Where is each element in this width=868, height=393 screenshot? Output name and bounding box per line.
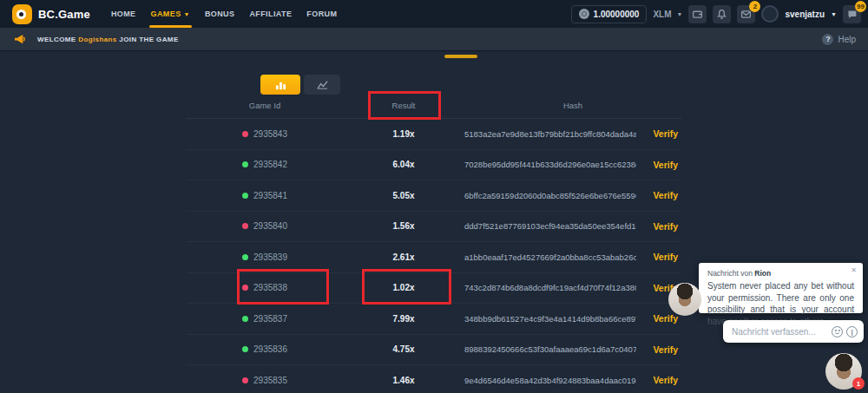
bcgame-logo-icon — [12, 4, 32, 24]
verify-link[interactable]: Verify — [653, 190, 678, 200]
verify-link[interactable]: Verify — [653, 252, 678, 262]
game-id-value: 2935836 — [253, 344, 287, 354]
hash-value: 5183a2ea7e9d8e13fb79bbf21bc9ffc804dada4a… — [464, 129, 636, 139]
messages-button[interactable]: 2 — [737, 5, 755, 23]
game-id-value: 2935835 — [253, 376, 287, 385]
top-header: BC.Game HOME GAMES▼ BONUS AFFILIATE FORU… — [0, 0, 868, 28]
game-id-value: 2935843 — [253, 129, 287, 139]
verify-link[interactable]: Verify — [653, 313, 678, 324]
nav-games[interactable]: GAMES▼ — [151, 0, 190, 28]
message-from-line: Nachricht von Rion — [707, 269, 854, 278]
unread-count-badge: 1 — [852, 377, 865, 390]
nav-home[interactable]: HOME — [111, 0, 136, 28]
wallet-button[interactable] — [688, 5, 707, 23]
chat-user-avatar[interactable]: 1 — [825, 353, 862, 390]
nav-forum[interactable]: FORUM — [306, 0, 337, 28]
result-status-dot — [242, 377, 248, 383]
hash-value: 9e4d6546d4e58a42d3b4f924883baa4daac019ce… — [464, 376, 636, 385]
welcomed-username[interactable]: Dogishans — [78, 36, 117, 43]
hash-value: ddd7f521e87769103ecf94ea35da50ee354efd1c… — [464, 221, 636, 231]
nav-bonus[interactable]: BONUS — [205, 0, 235, 28]
result-status-dot — [242, 193, 248, 199]
game-id-cell: 2935840 — [187, 221, 343, 231]
game-id-cell: 2935837 — [187, 314, 343, 324]
table-row: 2935836 4.75x 8988392450666c53f30afaaaea… — [187, 335, 681, 366]
brand-logo[interactable]: BC.Game — [12, 4, 90, 24]
balance-amount: 1.00000000 — [594, 10, 640, 19]
verify-link[interactable]: Verify — [653, 344, 678, 355]
result-value: 1.19x — [343, 129, 464, 139]
table-row: 2935837 7.99x 348bb9db61527e4c9f3e4a1414… — [187, 304, 681, 335]
hash-value: 8988392450666c53f30afaaaea69c1d6a7c0407e… — [464, 344, 636, 354]
currency-selector[interactable]: XLM ▼ — [653, 10, 682, 19]
bar-chart-icon — [274, 80, 287, 90]
column-header-game-id: Game Id — [187, 101, 343, 110]
modal-tab-underline — [444, 55, 477, 58]
annotation-box-result-header — [368, 91, 441, 120]
annotation-box-game-id-2935838 — [237, 269, 329, 305]
notifications-button[interactable] — [713, 5, 731, 23]
hash-cell: 6bffc2a59159d2060d0abc85f526e6be676e5590… — [464, 190, 681, 200]
verify-link[interactable]: Verify — [653, 128, 678, 139]
game-id-cell: 2935836 — [187, 344, 343, 354]
chat-toggle-button[interactable]: 99 — [843, 5, 861, 23]
hash-cell: 348bb9db61527e4c9f3e4a1414d9b8ba66ce8970… — [464, 313, 681, 324]
result-value: 7.99x — [343, 314, 464, 324]
result-status-dot — [242, 346, 248, 352]
nav-affiliate[interactable]: AFFILIATE — [249, 0, 292, 28]
info-icon[interactable]: | — [846, 326, 858, 337]
game-id-cell: 2935843 — [187, 129, 343, 139]
hash-value: a1bb0eaaf17ed4527669f2a0bba8cc53abab26c6… — [464, 252, 636, 262]
result-status-dot — [242, 254, 248, 260]
welcome-label: WELCOME — [37, 36, 76, 43]
hash-cell: 9e4d6546d4e58a42d3b4f924883baa4daac019ce… — [464, 375, 681, 385]
chat-message-card: ✕ Nachricht von Rion System never placed… — [699, 263, 863, 313]
emoji-icon[interactable] — [832, 326, 843, 337]
table-body: 2935843 1.19x 5183a2ea7e9d8e13fb79bbf21b… — [187, 119, 681, 393]
coin-icon — [579, 9, 589, 19]
annotation-box-result-102x — [362, 269, 451, 305]
sender-avatar[interactable] — [668, 283, 701, 316]
user-avatar[interactable] — [761, 5, 779, 23]
game-id-cell: 2935842 — [187, 160, 343, 169]
chevron-down-icon: ▼ — [831, 11, 837, 17]
chat-badge: 99 — [855, 1, 866, 12]
result-value: 5.05x — [343, 191, 464, 200]
game-id-cell: 2935839 — [187, 252, 343, 262]
table-row: 2935841 5.05x 6bffc2a59159d2060d0abc85f5… — [187, 180, 681, 212]
game-id-value: 2935840 — [253, 221, 287, 231]
hash-cell: 7028be95dd95f441b633d6d296e0ae15cc6238dd… — [464, 160, 681, 170]
verify-link[interactable]: Verify — [653, 160, 678, 170]
result-status-dot — [242, 131, 248, 137]
active-tab-underline — [149, 25, 192, 28]
brand-name: BC.Game — [38, 8, 90, 21]
hash-cell: 5183a2ea7e9d8e13fb79bbf21bc9ffc804dada4a… — [464, 128, 681, 139]
help-button[interactable]: ? Help — [822, 34, 856, 45]
username-label: svenjatzu — [785, 10, 825, 19]
balance-display[interactable]: 1.00000000 — [571, 5, 648, 23]
result-value: 2.61x — [343, 252, 464, 262]
result-value: 4.75x — [343, 344, 464, 354]
result-status-dot — [242, 316, 248, 322]
announcement-bar: WELCOME Dogishans JOIN THE GAME ? Help — [0, 28, 868, 51]
table-row: 2935842 6.04x 7028be95dd95f441b633d6d296… — [187, 150, 681, 181]
mail-badge: 2 — [749, 1, 760, 12]
close-icon[interactable]: ✕ — [851, 267, 857, 274]
hash-cell: 743c2d874b6d8a8dcdf9fc19acf4d70f74f12a38… — [464, 283, 681, 293]
hash-value: 743c2d874b6d8a8dcdf9fc19acf4d70f74f12a38… — [464, 283, 636, 292]
chat-message-input[interactable] — [732, 327, 828, 337]
hash-cell: a1bb0eaaf17ed4527669f2a0bba8cc53abab26c6… — [464, 252, 681, 262]
hash-value: 6bffc2a59159d2060d0abc85f526e6be676e5590… — [464, 191, 636, 200]
table-row: 2935835 1.46x 9e4d6546d4e58a42d3b4f92488… — [187, 365, 681, 393]
verify-link[interactable]: Verify — [653, 375, 678, 385]
result-value: 1.46x — [343, 376, 464, 385]
verify-link[interactable]: Verify — [653, 221, 678, 232]
help-icon: ? — [822, 34, 833, 45]
column-header-hash: Hash — [464, 101, 681, 110]
game-id-cell: 2935841 — [187, 191, 343, 200]
main-nav: HOME GAMES▼ BONUS AFFILIATE FORUM — [111, 0, 337, 28]
chat-input-bar: | — [723, 320, 864, 343]
game-history-table: Game Id Result Hash 2935843 1.19x 5183a2… — [187, 92, 681, 393]
wallet-icon — [692, 9, 703, 20]
user-menu[interactable]: svenjatzu ▼ — [785, 10, 837, 19]
